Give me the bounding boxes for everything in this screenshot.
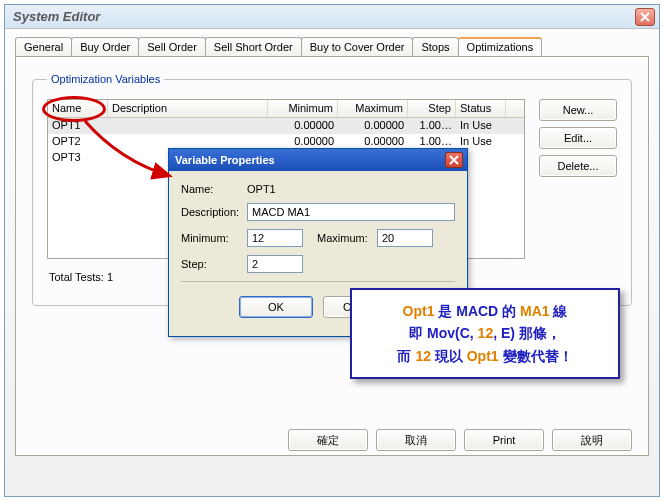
col-max[interactable]: Maximum	[338, 100, 408, 117]
group-legend: Optimization Variables	[47, 73, 164, 85]
maximum-label: Maximum:	[317, 232, 377, 244]
name-value: OPT1	[247, 183, 276, 195]
tab-buy-to-cover-order[interactable]: Buy to Cover Order	[301, 37, 414, 56]
cell-desc	[108, 118, 268, 134]
table-row[interactable]: OPT10.000000.000001.00…In Use	[48, 118, 524, 134]
new-button[interactable]: New...	[539, 99, 617, 121]
table-header: Name Description Minimum Maximum Step St…	[48, 100, 524, 118]
help-button[interactable]: 說明	[552, 429, 632, 451]
close-icon	[640, 12, 650, 22]
cell-name: OPT1	[48, 118, 108, 134]
col-name[interactable]: Name	[48, 100, 108, 117]
tab-optimizations[interactable]: Optimizations	[458, 37, 543, 56]
cell-step: 1.00…	[408, 118, 456, 134]
titlebar: System Editor	[5, 5, 659, 29]
close-icon	[449, 155, 459, 165]
tab-sell-order[interactable]: Sell Order	[138, 37, 206, 56]
name-label: Name:	[181, 183, 247, 195]
tab-strip: General Buy Order Sell Order Sell Short …	[5, 29, 659, 56]
ok-button[interactable]: 確定	[288, 429, 368, 451]
dialog-close-button[interactable]	[445, 152, 463, 168]
description-label: Description:	[181, 206, 247, 218]
col-status[interactable]: Status	[456, 100, 506, 117]
tab-stops[interactable]: Stops	[412, 37, 458, 56]
step-label: Step:	[181, 258, 247, 270]
tab-buy-order[interactable]: Buy Order	[71, 37, 139, 56]
window-title: System Editor	[13, 9, 100, 24]
cell-max: 0.00000	[338, 118, 408, 134]
annotation-note: Opt1 是 MACD 的 MA1 線 即 Mov(C, 12, E) 那條， …	[350, 288, 620, 379]
dialog-separator	[181, 281, 455, 282]
cell-name: OPT2	[48, 134, 108, 150]
window-close-button[interactable]	[635, 8, 655, 26]
cancel-button[interactable]: 取消	[376, 429, 456, 451]
col-step[interactable]: Step	[408, 100, 456, 117]
cell-name: OPT3	[48, 150, 108, 166]
description-input[interactable]	[247, 203, 455, 221]
col-min[interactable]: Minimum	[268, 100, 338, 117]
edit-button[interactable]: Edit...	[539, 127, 617, 149]
step-input[interactable]	[247, 255, 303, 273]
dialog-titlebar: Variable Properties	[169, 149, 467, 171]
dialog-button-bar: 確定 取消 Print 說明	[16, 425, 648, 455]
side-buttons: New... Edit... Delete...	[539, 99, 617, 259]
delete-button[interactable]: Delete...	[539, 155, 617, 177]
print-button[interactable]: Print	[464, 429, 544, 451]
dialog-ok-button[interactable]: OK	[239, 296, 313, 318]
cell-status: In Use	[456, 118, 506, 134]
maximum-input[interactable]	[377, 229, 433, 247]
tab-general[interactable]: General	[15, 37, 72, 56]
dialog-title: Variable Properties	[175, 154, 275, 166]
tab-sell-short-order[interactable]: Sell Short Order	[205, 37, 302, 56]
minimum-label: Minimum:	[181, 232, 247, 244]
col-desc[interactable]: Description	[108, 100, 268, 117]
minimum-input[interactable]	[247, 229, 303, 247]
cell-min: 0.00000	[268, 118, 338, 134]
